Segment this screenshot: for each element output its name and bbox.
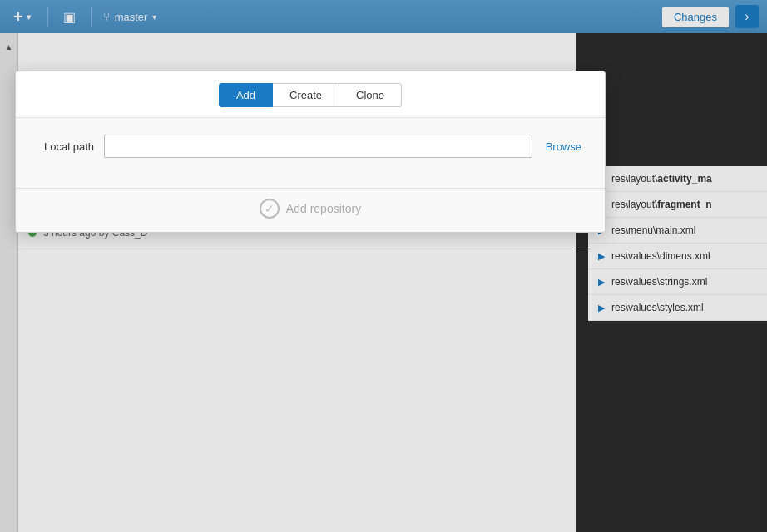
dialog-tabs: Add Create Clone [16,71,605,118]
browse-button[interactable]: Browse [542,140,585,153]
tab-create[interactable]: Create [273,83,339,107]
local-path-row: Local path Browse [36,135,585,158]
add-repo-check-icon: ✓ [260,199,280,219]
add-repository-dialog: Add Create Clone Local path Browse ✓ Add… [15,71,606,233]
tab-clone[interactable]: Clone [339,83,402,107]
dialog-footer: ✓ Add repository [16,188,605,232]
add-repository-button[interactable]: ✓ Add repository [260,199,361,219]
dialog-body: Local path Browse [16,118,605,188]
local-path-input[interactable] [104,135,532,158]
tab-add[interactable]: Add [219,83,273,107]
add-repo-label: Add repository [286,202,361,215]
local-path-label: Local path [36,140,94,153]
